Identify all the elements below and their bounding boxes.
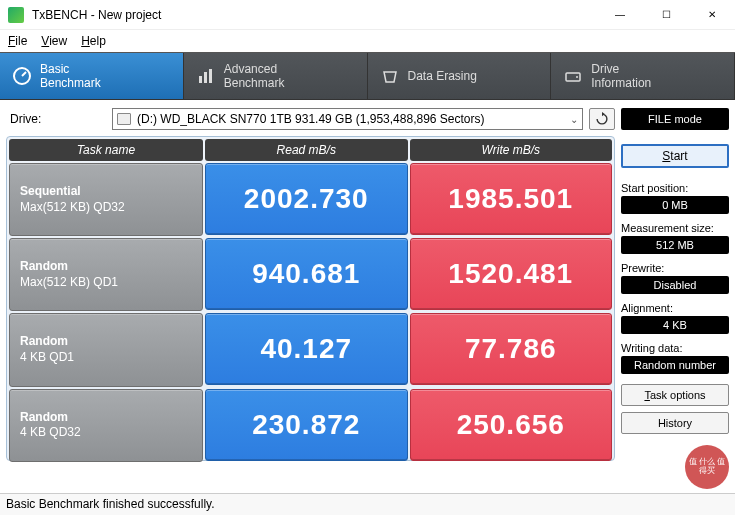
- col-task: Task name: [9, 139, 203, 161]
- col-read: Read mB/s: [205, 139, 408, 161]
- tab-data-erasing[interactable]: Data Erasing: [368, 53, 552, 99]
- tab-label: Basic: [40, 62, 69, 76]
- read-value: 230.872: [205, 389, 408, 461]
- measure-value[interactable]: 512 MB: [621, 236, 729, 254]
- tab-label: Data Erasing: [408, 69, 477, 83]
- read-value: 40.127: [205, 313, 408, 385]
- result-row: RandomMax(512 KB) QD1940.6811520.481: [9, 238, 612, 311]
- drive-value: (D:) WD_BLACK SN770 1TB 931.49 GB (1,953…: [137, 112, 485, 126]
- result-row: Random4 KB QD32230.872250.656: [9, 389, 612, 462]
- prewrite-label: Prewrite:: [621, 262, 729, 274]
- status-bar: Basic Benchmark finished successfully.: [0, 493, 735, 515]
- wdata-value[interactable]: Random number: [621, 356, 729, 374]
- window-title: TxBENCH - New project: [32, 8, 597, 22]
- svg-line-1: [22, 72, 26, 76]
- history-button[interactable]: History: [621, 412, 729, 434]
- close-button[interactable]: ✕: [689, 0, 735, 30]
- write-value: 77.786: [410, 313, 613, 385]
- minimize-button[interactable]: —: [597, 0, 643, 30]
- read-value: 2002.730: [205, 163, 408, 235]
- task-name: Random: [20, 410, 192, 426]
- task-options-button[interactable]: Task options: [621, 384, 729, 406]
- task-detail: 4 KB QD1: [20, 350, 192, 366]
- write-value: 1985.501: [410, 163, 613, 235]
- svg-rect-2: [199, 76, 202, 83]
- svg-rect-4: [209, 69, 212, 83]
- result-row: SequentialMax(512 KB) QD322002.7301985.5…: [9, 163, 612, 236]
- tab-label: Benchmark: [224, 76, 285, 90]
- drive-label: Drive:: [6, 112, 106, 126]
- menu-file[interactable]: File: [8, 34, 27, 48]
- watermark-icon: 值 什么 值得买: [685, 445, 729, 489]
- tab-label: Drive: [591, 62, 619, 76]
- tab-label: Information: [591, 76, 651, 90]
- erase-icon: [380, 66, 400, 86]
- menu-help[interactable]: Help: [81, 34, 106, 48]
- svg-point-6: [576, 76, 578, 78]
- refresh-button[interactable]: [589, 108, 615, 130]
- task-name: Sequential: [20, 184, 192, 200]
- task-detail: Max(512 KB) QD1: [20, 275, 192, 291]
- bars-icon: [196, 66, 216, 86]
- task-cell: Random4 KB QD32: [9, 389, 203, 462]
- read-value: 940.681: [205, 238, 408, 310]
- result-row: Random4 KB QD140.12777.786: [9, 313, 612, 386]
- task-cell: RandomMax(512 KB) QD1: [9, 238, 203, 311]
- svg-rect-3: [204, 72, 207, 83]
- write-value: 250.656: [410, 389, 613, 461]
- align-value[interactable]: 4 KB: [621, 316, 729, 334]
- task-detail: 4 KB QD32: [20, 425, 192, 441]
- wdata-label: Writing data:: [621, 342, 729, 354]
- align-label: Alignment:: [621, 302, 729, 314]
- startpos-value[interactable]: 0 MB: [621, 196, 729, 214]
- tab-basic-benchmark[interactable]: BasicBenchmark: [0, 53, 184, 99]
- task-cell: SequentialMax(512 KB) QD32: [9, 163, 203, 236]
- task-name: Random: [20, 259, 192, 275]
- write-value: 1520.481: [410, 238, 613, 310]
- app-icon: [8, 7, 24, 23]
- measure-label: Measurement size:: [621, 222, 729, 234]
- tab-advanced-benchmark[interactable]: AdvancedBenchmark: [184, 53, 368, 99]
- drive-icon: [563, 66, 583, 86]
- startpos-label: Start position:: [621, 182, 729, 194]
- refresh-icon: [595, 112, 609, 126]
- maximize-button[interactable]: ☐: [643, 0, 689, 30]
- prewrite-value[interactable]: Disabled: [621, 276, 729, 294]
- file-mode-button[interactable]: FILE mode: [621, 108, 729, 130]
- task-cell: Random4 KB QD1: [9, 313, 203, 386]
- tab-label: Advanced: [224, 62, 277, 76]
- tab-drive-information[interactable]: DriveInformation: [551, 53, 735, 99]
- start-button[interactable]: Start: [621, 144, 729, 168]
- chevron-down-icon: ⌄: [570, 114, 578, 125]
- tab-label: Benchmark: [40, 76, 101, 90]
- drive-select[interactable]: (D:) WD_BLACK SN770 1TB 931.49 GB (1,953…: [112, 108, 583, 130]
- task-detail: Max(512 KB) QD32: [20, 200, 192, 216]
- disk-icon: [117, 113, 131, 125]
- task-name: Random: [20, 334, 192, 350]
- gauge-icon: [12, 66, 32, 86]
- results-panel: Task name Read mB/s Write mB/s Sequentia…: [6, 136, 615, 461]
- menu-view[interactable]: View: [41, 34, 67, 48]
- col-write: Write mB/s: [410, 139, 613, 161]
